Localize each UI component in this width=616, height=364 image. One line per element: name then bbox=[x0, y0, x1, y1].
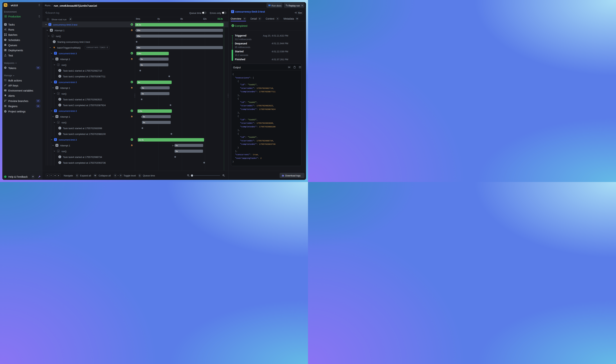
svg-text:?: ? bbox=[5, 176, 6, 178]
